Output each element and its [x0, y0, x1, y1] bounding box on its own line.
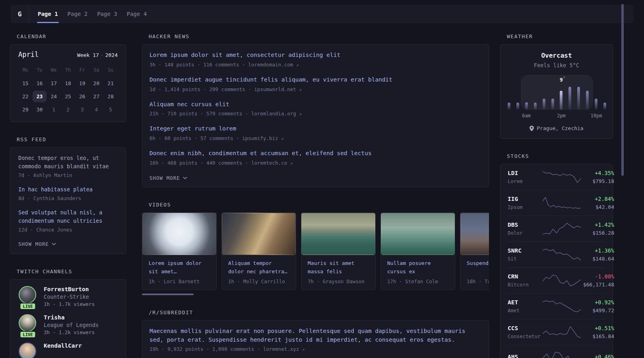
weather-time-label: 6am	[522, 113, 531, 119]
weather-location: Prague, Czechia	[508, 125, 605, 131]
video-card[interactable]: Nullam posuere cursus ex 17h · Stefan Co…	[380, 212, 455, 290]
weather-bar	[560, 91, 563, 110]
stock-row[interactable]: DBSDolor +1.42%$156.28	[508, 216, 605, 241]
twitch-channel-name[interactable]: Trisha	[44, 314, 99, 321]
carousel-scroll-thumb[interactable]	[142, 294, 194, 295]
video-meta: 1h · Molly Carrillo	[228, 278, 289, 284]
video-card[interactable]: Mauris sit amet massa felis 7h · Grayson…	[301, 212, 376, 290]
calendar-dayname: Tu	[33, 65, 47, 76]
calendar-dayname: Th	[61, 65, 75, 76]
video-meta: 1h · Lori Barnett	[149, 278, 210, 284]
tab-page-1[interactable]: Page 1	[33, 5, 63, 23]
stock-row[interactable]: CRNBitcorn -1.00%$66,171.48	[508, 267, 605, 293]
hn-item-domain[interactable]: loremlandia.org ↗	[251, 111, 302, 117]
stock-row[interactable]: SNRCSit +1.36%$148.64	[508, 241, 605, 267]
twitch-widget: TWITCH CHANNELS LIVE ForrestBurton Count…	[10, 268, 126, 358]
stock-name: Ipsum	[508, 204, 543, 210]
chevron-down-icon	[52, 243, 56, 245]
twitch-channel-name[interactable]: ForrestBurton	[44, 286, 95, 292]
twitch-channel-viewers: 1h · 1.7k viewers	[44, 301, 95, 307]
calendar-month: April	[18, 51, 39, 58]
hn-item-title[interactable]: Donec imperdiet augue tincidunt felis al…	[149, 76, 481, 84]
video-title[interactable]: Mauris sit amet massa felis	[308, 259, 369, 276]
stock-row[interactable]: CCSConsectetur +0.51%$165.84	[508, 319, 605, 345]
stock-row[interactable]: LDILorem +4.35%$795.18	[508, 164, 605, 190]
tab-page-2[interactable]: Page 2	[63, 5, 93, 23]
reddit-post: Maecenas mollis pulvinar erat non posuer…	[149, 327, 481, 352]
reddit-section-title: /R/SUBREDDIT	[149, 309, 489, 315]
stock-row[interactable]: AETAmet +0.92%$499.72	[508, 293, 605, 319]
calendar-day: 27	[89, 91, 104, 102]
rss-show-more-button[interactable]: SHOW MORE	[18, 241, 56, 247]
stock-price: $499.72	[581, 307, 614, 313]
calendar-section-title: CALENDAR	[17, 33, 126, 39]
hn-show-more-button[interactable]: SHOW MORE	[149, 175, 187, 181]
video-thumbnail	[301, 213, 375, 255]
stock-sparkline	[543, 274, 581, 287]
tab-page-3[interactable]: Page 3	[92, 5, 122, 23]
reddit-post-meta: 19h · 9,932 points · 1,090 comments · lo…	[149, 346, 481, 352]
stock-symbol: AHS	[508, 354, 543, 358]
video-title[interactable]: Aliquam tempor dolor nec pharetra…	[228, 259, 289, 276]
stock-name: Sit	[508, 256, 543, 262]
hn-item-domain[interactable]: loremdomain.com ↗	[248, 62, 299, 68]
stock-symbol: CRN	[508, 273, 543, 280]
weather-bar	[586, 91, 589, 110]
hn-item: Aliquam nec cursus elit 21h · 710 points…	[149, 100, 481, 117]
calendar-dayname: Su	[103, 65, 118, 76]
stock-name: Consectetur	[508, 333, 543, 339]
stock-sparkline	[543, 325, 581, 339]
calendar-day: 18	[61, 78, 75, 89]
rss-item-title[interactable]: In hac habitasse platea	[18, 185, 118, 194]
weather-bar	[543, 99, 545, 110]
external-link-icon: ↗	[290, 161, 293, 166]
video-thumbnail	[142, 213, 216, 255]
rss-item-meta: 12d · Chance Jones	[18, 227, 118, 233]
hn-item-title[interactable]: Integer eget rutrum lorem	[149, 125, 481, 133]
tab-page-4[interactable]: Page 4	[122, 5, 152, 23]
video-card[interactable]: Aliquam tempor dolor nec pharetra… 1h · …	[221, 212, 296, 290]
stock-change: +1.36%	[581, 247, 614, 254]
twitch-channel-row[interactable]: KendallCarr	[18, 342, 118, 358]
hn-item-title[interactable]: Aliquam nec cursus elit	[149, 100, 481, 109]
calendar-day: 30	[33, 104, 47, 115]
hn-item-title[interactable]: Lorem ipsum dolor sit amet, consectetur …	[149, 51, 481, 60]
app-logo[interactable]: G	[11, 5, 29, 23]
video-title[interactable]: Nullam posuere cursus ex	[387, 259, 448, 276]
calendar-day: 22	[18, 91, 33, 102]
hn-item-domain[interactable]: ipsumworld.net ↗	[254, 86, 302, 92]
stock-sparkline	[543, 351, 581, 358]
weather-bar	[551, 99, 554, 110]
live-badge: LIVE	[19, 331, 36, 338]
rss-item-title[interactable]: Sed volutpat nulla nisl, a condimentum n…	[18, 208, 118, 225]
video-title[interactable]: Lorem ipsum dolor sit amet consectetu…	[149, 259, 210, 276]
twitch-channel-row[interactable]: LIVE Trisha League of Legends 3h · 1.2k …	[18, 314, 118, 335]
hn-item-domain[interactable]: ipsumify.biz ↗	[242, 135, 283, 141]
stock-name: Lorem	[508, 178, 543, 184]
twitch-channel-game: Counter-Strike	[44, 294, 95, 300]
video-card[interactable]: Lorem ipsum dolor sit amet consectetu… 1…	[142, 212, 217, 290]
twitch-channel-name[interactable]: KendallCarr	[44, 342, 82, 349]
hn-item-domain[interactable]: loremtech.co ↗	[251, 160, 293, 166]
avatar	[19, 286, 36, 304]
twitch-channel-row[interactable]: LIVE ForrestBurton Counter-Strike 1h · 1…	[18, 286, 118, 307]
stocks-widget: STOCKS LDILorem +4.35%$795.18 IIGIpsum +…	[500, 153, 613, 358]
stock-row[interactable]: AHS +0.46%	[508, 345, 605, 358]
page-scrollbar-thumb[interactable]	[621, 4, 624, 176]
hn-item-title[interactable]: Donec enim nibh, condimentum et accumsan…	[149, 149, 481, 158]
rss-item-title[interactable]: Donec tempor eros leo, ut commodo mauris…	[18, 154, 118, 171]
reddit-post-domain[interactable]: loremnet.xyz ↗	[263, 346, 305, 352]
reddit-post-title[interactable]: Maecenas mollis pulvinar erat non posuer…	[149, 327, 481, 344]
stock-change: -1.00%	[581, 273, 614, 280]
stock-row[interactable]: IIGIpsum +2.84%$42.04	[508, 190, 605, 216]
weather-time-label: 10pm	[591, 113, 602, 119]
video-title[interactable]: Suspendisse diam	[467, 259, 489, 276]
calendar-day: 1	[47, 104, 61, 115]
stock-symbol: CCS	[508, 325, 543, 331]
video-meta: 7h · Grayson Dawson	[308, 278, 369, 284]
video-meta: 18h · Tara	[467, 278, 489, 284]
weather-time-labels: 6am 2pm 10pm	[508, 113, 606, 119]
video-thumbnail	[381, 213, 455, 255]
live-badge: LIVE	[19, 303, 36, 310]
video-card[interactable]: Suspendisse diam 18h · Tara	[460, 212, 489, 290]
